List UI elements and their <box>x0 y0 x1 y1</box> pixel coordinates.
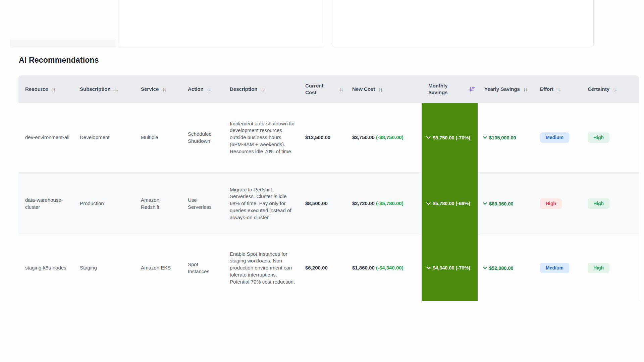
column-label: New Cost <box>352 86 375 93</box>
column-label: Monthly Savings <box>428 82 466 96</box>
cell-monthly-savings: $8,750.00 (-70%) <box>422 103 478 172</box>
cell-service: Amazon Redshift <box>134 172 181 235</box>
cell-effort: High <box>533 172 581 235</box>
cell-current-cost: $6,200.00 <box>299 235 345 301</box>
yearly-savings-value: $105,000.00 <box>489 134 516 141</box>
sort-icon[interactable]: ↑↓ <box>261 86 265 92</box>
sort-icon[interactable]: ↑↓ <box>378 86 382 92</box>
effort-badge: Medium <box>540 263 569 273</box>
yearly-savings-value: $52,080.00 <box>489 265 514 272</box>
cell-subscription: Staging <box>73 235 134 301</box>
cell-certainty: High <box>581 103 639 172</box>
partial-filter-control-2[interactable] <box>332 0 594 47</box>
partial-filter-label <box>10 40 116 48</box>
column-label: Certainty <box>588 86 609 93</box>
column-label: Yearly Savings <box>484 86 520 93</box>
cell-service: Multiple <box>134 103 181 172</box>
sort-icon[interactable]: ↑↓ <box>51 86 55 92</box>
cell-new-cost: $1,860.00 (-$4,340.00) <box>345 235 422 301</box>
sort-icon[interactable]: ↑↓ <box>557 86 560 92</box>
column-header-effort[interactable]: Effort ↑↓ <box>533 75 581 103</box>
cell-subscription: Development <box>73 103 134 172</box>
column-label: Current Cost <box>305 82 336 96</box>
partial-filter-control-1[interactable] <box>118 0 324 48</box>
cell-certainty: High <box>581 235 639 301</box>
column-header-subscription[interactable]: Subscription ↑↓ <box>73 75 134 103</box>
column-header-description[interactable]: Description ↑↓ <box>223 75 299 103</box>
column-label: Subscription <box>80 86 111 93</box>
sort-icon[interactable]: ↑↓ <box>523 86 527 92</box>
cell-certainty: High <box>581 172 639 235</box>
column-header-action[interactable]: Action ↑↓ <box>181 75 223 103</box>
new-cost-delta: (-$5,780.00) <box>376 200 404 206</box>
column-label: Service <box>141 86 159 93</box>
cell-resource: data-warehouse-cluster <box>18 172 73 235</box>
certainty-badge: High <box>588 263 609 273</box>
chevron-down-icon <box>483 266 487 269</box>
table-row: dev-environment-all Development Multiple… <box>18 103 639 172</box>
column-header-certainty[interactable]: Certainty ↑↓ <box>581 75 639 103</box>
cell-new-cost: $3,750.00 (-$8,750.00) <box>345 103 422 172</box>
column-header-service[interactable]: Service ↑↓ <box>134 75 181 103</box>
certainty-badge: High <box>588 132 609 143</box>
cell-resource: staging-k8s-nodes <box>18 235 73 301</box>
cell-service: Amazon EKS <box>134 235 181 301</box>
table-row: staging-k8s-nodes Staging Amazon EKS Spo… <box>18 235 639 301</box>
cell-effort: Medium <box>533 235 581 301</box>
column-header-resource[interactable]: Resource ↑↓ <box>18 75 73 103</box>
yearly-savings-value: $69,360.00 <box>489 200 514 207</box>
chevron-down-icon <box>426 202 431 205</box>
monthly-savings-value: $5,780.00 (-68%) <box>433 200 470 207</box>
column-header-yearly-savings[interactable]: Yearly Savings ↑↓ <box>478 75 533 103</box>
table-header-row: Resource ↑↓ Subscription ↑↓ Service ↑↓ A… <box>18 75 639 103</box>
page-title: AI Recommendations <box>19 56 99 65</box>
sort-icon[interactable]: ↑↓ <box>613 86 616 92</box>
cell-current-cost: $8,500.00 <box>299 172 345 235</box>
recommendations-table: Resource ↑↓ Subscription ↑↓ Service ↑↓ A… <box>18 75 639 301</box>
monthly-savings-value: $4,340.00 (-70%) <box>433 264 470 271</box>
cell-yearly-savings: $69,360.00 <box>478 172 533 235</box>
sort-icon[interactable]: ↑↓ <box>162 86 166 92</box>
column-label: Action <box>188 86 204 93</box>
column-header-current-cost[interactable]: Current Cost ↑↓ <box>299 75 345 103</box>
new-cost-value: $3,750.00 <box>352 134 375 140</box>
cell-description: Implement auto-shutdown for development … <box>223 103 299 172</box>
cell-monthly-savings: $4,340.00 (-70%) <box>422 235 478 301</box>
cell-effort: Medium <box>533 103 581 172</box>
new-cost-value: $2,720.00 <box>352 200 375 206</box>
monthly-savings-value: $8,750.00 (-70%) <box>433 134 470 141</box>
cell-current-cost: $12,500.00 <box>299 103 345 172</box>
cell-yearly-savings: $52,080.00 <box>478 235 533 301</box>
cell-action: Spot Instances <box>181 235 223 301</box>
column-label: Description <box>230 86 258 93</box>
chevron-down-icon <box>483 136 487 139</box>
cell-yearly-savings: $105,000.00 <box>478 103 533 172</box>
table-row: data-warehouse-cluster Production Amazon… <box>18 172 639 235</box>
column-header-new-cost[interactable]: New Cost ↑↓ <box>345 75 422 103</box>
new-cost-delta: (-$8,750.00) <box>376 134 404 140</box>
cell-resource: dev-environment-all <box>18 103 73 172</box>
cell-subscription: Production <box>73 172 134 235</box>
new-cost-value: $1,860.00 <box>352 265 375 270</box>
chevron-down-icon <box>483 202 487 205</box>
effort-badge: Medium <box>540 132 569 143</box>
effort-badge: High <box>540 198 562 209</box>
column-label: Effort <box>540 86 553 93</box>
cell-description: Enable Spot Instances for staging worklo… <box>223 235 299 301</box>
cell-description: Migrate to Redshift Serverless. Cluster … <box>223 172 299 235</box>
cell-new-cost: $2,720.00 (-$5,780.00) <box>345 172 422 235</box>
column-label: Resource <box>25 86 48 93</box>
sort-icon[interactable]: ↑↓ <box>114 86 118 92</box>
sort-descending-icon[interactable] <box>469 86 475 92</box>
chevron-down-icon <box>426 266 431 269</box>
cell-action: Use Serverless <box>181 172 223 235</box>
chevron-down-icon <box>426 136 431 139</box>
sort-icon[interactable]: ↑↓ <box>339 86 343 92</box>
sort-icon[interactable]: ↑↓ <box>207 86 211 92</box>
column-header-monthly-savings[interactable]: Monthly Savings <box>422 75 478 103</box>
certainty-badge: High <box>588 198 609 209</box>
cell-monthly-savings: $5,780.00 (-68%) <box>422 172 478 235</box>
cell-action: Scheduled Shutdown <box>181 103 223 172</box>
new-cost-delta: (-$4,340.00) <box>376 265 404 270</box>
